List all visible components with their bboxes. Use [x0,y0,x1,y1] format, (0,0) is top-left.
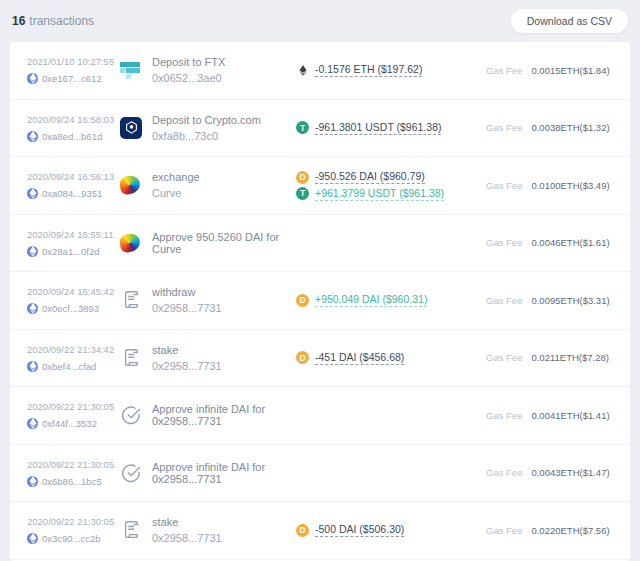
type-icon-cell [120,462,152,484]
contract-scroll-icon [120,519,142,541]
transaction-title: Deposit to FTX [152,56,290,68]
dai-token-icon: D [296,524,309,537]
type-icon-cell [120,404,152,426]
eth-address-icon [27,246,38,257]
transaction-date: 2021/01/10 10:27:55 [27,56,120,67]
transaction-count-number: 16 [12,14,25,28]
transaction-row: 2020/09/22 21:30:050xf44f...3532Approve … [10,387,630,445]
wallet-address-text: 0x3c90...cc2b [42,533,101,544]
transaction-date: 2020/09/22 21:30:05 [27,401,120,412]
wallet-address-text: 0xe167...c612 [42,73,102,84]
dai-token-icon: D [296,294,309,307]
curve-logo-icon [119,232,141,253]
date-address-cell: 2020/09/24 16:56:130xa084...9351 [27,171,120,199]
amount-change: -0.1576 ETH ($197.62) [296,63,486,77]
transaction-counterparty: 0x2958...7731 [152,360,290,372]
amount-value[interactable]: -451 DAI ($456.68) [315,351,404,365]
eth-token-icon [296,64,309,77]
wallet-address: 0xf44f...3532 [27,418,120,429]
eth-address-icon [27,73,38,84]
transaction-title: withdraw [152,286,290,298]
gas-fee-value: 0.0043ETH($1.47) [531,467,609,478]
amount-cell: D-500 DAI ($506.30) [296,521,486,540]
amount-cell: -0.1576 ETH ($197.62) [296,61,486,80]
amount-change: D-950.526 DAI ($960.79) [296,170,486,184]
dai-token-icon: D [296,351,309,364]
wallet-address: 0x0ecf...3893 [27,303,120,314]
amount-value[interactable]: +950.049 DAI ($960.31) [315,293,427,307]
type-icon-cell [120,289,152,311]
eth-address-icon [27,188,38,199]
wallet-address-text: 0xa084...9351 [42,188,102,199]
eth-address-icon [27,131,38,142]
eth-address-icon [27,361,38,372]
gas-fee-cell: Gas Fee0.0211ETH($7.28) [486,352,616,363]
type-cell: withdraw0x2958...7731 [152,286,296,314]
date-address-cell: 2021/01/10 10:27:550xe167...c612 [27,56,120,84]
transaction-title: stake [152,344,290,356]
gas-fee-label: Gas Fee [486,467,522,478]
crypto-com-logo-icon [120,117,142,139]
transaction-row: 2021/01/10 10:27:550xe167...c612Deposit … [10,42,630,100]
dai-token-icon: D [296,171,309,184]
transaction-title: stake [152,516,290,528]
amount-value[interactable]: -961.3801 USDT ($961.38) [315,121,441,135]
type-icon-cell [120,62,152,78]
wallet-address: 0xe167...c612 [27,73,120,84]
transaction-date: 2020/09/24 16:55:11 [27,229,120,240]
type-cell: stake0x2958...7731 [152,516,296,544]
transaction-count: 16transactions [12,14,94,28]
transaction-date: 2020/09/24 16:58:03 [27,114,120,125]
wallet-address: 0xa8ed...b61d [27,131,120,142]
eth-address-icon [27,418,38,429]
curve-logo-icon [119,175,141,196]
type-cell: exchangeCurve [152,171,296,199]
contract-scroll-icon [120,289,142,311]
transaction-counterparty: 0x2958...7731 [152,532,290,544]
gas-fee-label: Gas Fee [486,295,522,306]
gas-fee-cell: Gas Fee0.0043ETH($1.47) [486,467,616,478]
type-cell: Approve 950.5260 DAI for Curve [152,231,296,255]
usdt-token-icon: T [296,121,309,134]
gas-fee-cell: Gas Fee0.0100ETH($3.49) [486,180,616,191]
amount-change: D+950.049 DAI ($960.31) [296,293,486,307]
gas-fee-value: 0.0100ETH($3.49) [531,180,609,191]
transaction-title: Deposit to Crypto.com [152,114,290,126]
amount-change: T-961.3801 USDT ($961.38) [296,121,486,135]
wallet-address-text: 0xa8ed...b61d [42,131,102,142]
transaction-date: 2020/09/22 21:30:05 [27,459,120,470]
download-csv-button[interactable]: Download as CSV [511,9,628,33]
gas-fee-value: 0.0038ETH($1.32) [531,122,609,133]
transaction-counterparty: 0x2958...7731 [152,302,290,314]
gas-fee-value: 0.0046ETH($1.61) [531,237,609,248]
date-address-cell: 2020/09/22 21:30:050x6b86...1bc5 [27,459,120,487]
transaction-row: 2020/09/24 16:56:130xa084...9351exchange… [10,157,630,215]
transaction-title: exchange [152,171,290,183]
wallet-address-text: 0xbef4...cfad [42,361,96,372]
transaction-row: 2020/09/24 16:55:110x28a1...0f2dApprove … [10,215,630,273]
transaction-list: 2021/01/10 10:27:550xe167...c612Deposit … [10,42,630,561]
amount-cell: D+950.049 DAI ($960.31) [296,291,486,310]
transaction-counterparty: Curve [152,187,290,199]
toolbar: 16transactions Download as CSV [10,0,630,42]
gas-fee-cell: Gas Fee0.0015ETH($1.84) [486,65,616,76]
transaction-title: Approve infinite DAI for 0x2958...7731 [152,461,290,485]
transaction-counterparty: 0x0652...3ae0 [152,72,290,84]
amount-value[interactable]: -500 DAI ($506.30) [315,523,404,537]
transaction-title: Approve infinite DAI for 0x2958...7731 [152,403,290,427]
amount-value[interactable]: -0.1576 ETH ($197.62) [315,63,422,77]
type-icon-cell [120,234,152,252]
transaction-row: 2020/09/22 21:34:420xbef4...cfadstake0x2… [10,330,630,388]
amount-value[interactable]: +961.3799 USDT ($961.38) [315,187,444,201]
gas-fee-cell: Gas Fee0.0220ETH($7.56) [486,525,616,536]
gas-fee-label: Gas Fee [486,352,522,363]
date-address-cell: 2020/09/24 16:55:110x28a1...0f2d [27,229,120,257]
wallet-address-text: 0x28a1...0f2d [42,246,100,257]
type-icon-cell [120,176,152,194]
gas-fee-value: 0.0220ETH($7.56) [531,525,609,536]
amount-value[interactable]: -950.526 DAI ($960.79) [315,170,425,184]
transaction-row: 2020/09/22 21:30:050x3c90...cc2bstake0x2… [10,502,630,560]
type-cell: Approve infinite DAI for 0x2958...7731 [152,461,296,485]
transaction-count-label: transactions [29,14,94,28]
wallet-address-text: 0x6b86...1bc5 [42,476,102,487]
